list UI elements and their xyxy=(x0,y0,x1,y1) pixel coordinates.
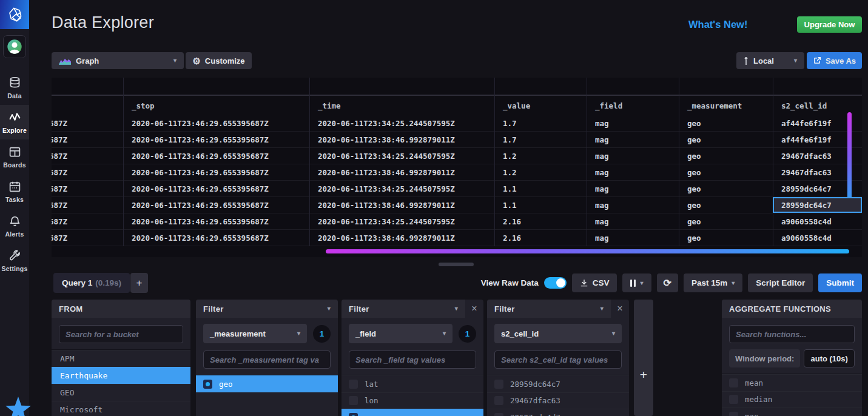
table-cell[interactable]: 2020-06-11T23:38:46.992879011Z xyxy=(309,230,494,246)
table-cell[interactable]: geo xyxy=(679,115,773,131)
table-cell[interactable]: 2.16 xyxy=(494,230,587,246)
csv-download-button[interactable]: CSV xyxy=(572,273,617,292)
tag-value-item-29467dfac63[interactable]: 29467dfac63 xyxy=(487,392,629,409)
tag-value-item-28959dc64c7[interactable]: 28959dc64c7 xyxy=(487,375,629,392)
checkbox-checked-icon[interactable] xyxy=(349,413,358,416)
horizontal-scrollbar[interactable] xyxy=(326,249,849,253)
table-cell[interactable]: mag xyxy=(587,132,679,147)
table-cell[interactable]: a9060558c4d xyxy=(773,230,862,246)
table-cell[interactable]: geo xyxy=(679,181,773,196)
checkbox-icon[interactable] xyxy=(729,412,738,416)
checkbox-icon[interactable] xyxy=(729,378,738,387)
table-cell[interactable]: 1.1 xyxy=(494,181,587,196)
table-cell[interactable]: 2020-06-11T23:46:29.655395687Z xyxy=(123,181,309,196)
tag-value-item-geo[interactable]: geo xyxy=(196,375,338,392)
bucket-search-input[interactable] xyxy=(59,325,183,343)
table-cell[interactable]: 1.7 xyxy=(494,115,587,131)
table-cell[interactable]: 2020-06-11T23:34:25.244507595Z xyxy=(309,213,494,229)
sidebar-item-settings[interactable]: Settings xyxy=(0,243,29,278)
table-cell[interactable]: 687Z xyxy=(52,230,123,246)
table-cell[interactable]: geo xyxy=(679,148,773,164)
table-cell[interactable]: 687Z xyxy=(52,115,123,131)
table-cell[interactable]: 2020-06-11T23:46:29.655395687Z xyxy=(123,132,309,147)
close-filter-icon[interactable]: × xyxy=(465,300,483,318)
table-cell[interactable]: 1.2 xyxy=(494,148,587,164)
bucket-item-earthquake[interactable]: Earthquake xyxy=(52,367,190,384)
sidebar-item-tasks[interactable]: Tasks xyxy=(0,174,29,209)
tag-key-dropdown[interactable]: _field▾ xyxy=(349,324,453,343)
table-cell[interactable]: geo xyxy=(679,197,773,213)
tag-key-dropdown[interactable]: _measurement▾ xyxy=(203,324,307,343)
save-as-button[interactable]: Save As xyxy=(807,52,862,69)
checkbox-icon[interactable] xyxy=(349,380,358,389)
table-cell[interactable]: mag xyxy=(587,197,679,213)
table-cell[interactable]: 2020-06-11T23:38:46.992879011Z xyxy=(309,132,494,147)
table-cell[interactable]: 687Z xyxy=(52,197,123,213)
customize-button[interactable]: ⚙ Customize xyxy=(186,52,252,69)
table-cell[interactable]: mag xyxy=(587,230,679,246)
table-cell[interactable]: 2020-06-11T23:34:25.244507595Z xyxy=(309,181,494,196)
filter-card-header[interactable]: Filter▾ xyxy=(487,300,611,318)
tag-key-dropdown[interactable]: s2_cell_id▾ xyxy=(494,324,622,343)
tag-value-item-lon[interactable]: lon xyxy=(341,392,483,409)
table-cell[interactable]: geo xyxy=(679,230,773,246)
table-cell[interactable]: 2020-06-11T23:46:29.655395687Z xyxy=(123,115,309,131)
sidebar-item-alerts[interactable]: Alerts xyxy=(0,209,29,243)
table-cell[interactable]: 687Z xyxy=(52,148,123,164)
selected-cell[interactable]: 28959dc64c7 xyxy=(773,197,862,213)
aggregate-function-item-mean[interactable]: mean xyxy=(722,374,862,391)
table-cell[interactable]: geo xyxy=(679,213,773,229)
table-cell[interactable]: 2020-06-11T23:46:29.655395687Z xyxy=(123,148,309,164)
submit-button[interactable]: Submit xyxy=(818,273,862,292)
table-cell[interactable]: geo xyxy=(679,164,773,180)
checkbox-icon[interactable] xyxy=(494,396,503,405)
raw-data-toggle[interactable] xyxy=(544,277,567,289)
tag-value-item-lat[interactable]: lat xyxy=(341,375,483,392)
bucket-item-geo[interactable]: GEO xyxy=(52,384,190,401)
whats-new-link[interactable]: What's New! xyxy=(688,19,747,30)
bucket-item-apm[interactable]: APM xyxy=(52,350,190,367)
table-cell[interactable]: 1.1 xyxy=(494,197,587,213)
view-type-dropdown[interactable]: Graph ▾ xyxy=(52,52,184,69)
checkbox-icon[interactable] xyxy=(349,396,358,405)
sidebar-item-boards[interactable]: Boards xyxy=(0,139,29,174)
resize-handle[interactable] xyxy=(439,263,474,266)
bucket-item-microsoft[interactable]: Microsoft xyxy=(52,401,190,416)
aggregate-function-item-median[interactable]: median xyxy=(722,391,862,408)
close-filter-icon[interactable]: × xyxy=(611,300,629,318)
table-cell[interactable]: 2020-06-11T23:46:29.655395687Z xyxy=(123,197,309,213)
upgrade-now-button[interactable]: Upgrade Now xyxy=(797,16,862,33)
avatar[interactable] xyxy=(3,35,26,58)
table-cell[interactable]: 687Z xyxy=(52,181,123,196)
checkbox-icon[interactable] xyxy=(494,413,503,416)
table-cell[interactable]: 2020-06-11T23:46:29.655395687Z xyxy=(123,213,309,229)
source-dropdown[interactable]: Local ▾ xyxy=(736,52,804,69)
tag-value-search-input[interactable] xyxy=(494,351,622,369)
table-cell[interactable]: geo xyxy=(679,132,773,147)
influxdb-logo[interactable] xyxy=(0,0,29,29)
table-cell[interactable]: mag xyxy=(587,164,679,180)
table-cell[interactable]: 1.7 xyxy=(494,132,587,147)
checkbox-checked-icon[interactable] xyxy=(203,380,212,389)
window-period-value[interactable]: auto (10s) xyxy=(804,349,855,367)
table-cell[interactable]: mag xyxy=(587,148,679,164)
table-cell[interactable]: 2020-06-11T23:34:25.244507595Z xyxy=(309,148,494,164)
function-search-input[interactable] xyxy=(729,325,855,343)
script-editor-button[interactable]: Script Editor xyxy=(748,273,813,292)
table-cell[interactable]: 2.16 xyxy=(494,213,587,229)
table-cell[interactable]: mag xyxy=(587,115,679,131)
checkbox-icon[interactable] xyxy=(729,395,738,404)
filter-card-header[interactable]: Filter▾ xyxy=(341,300,465,318)
table-cell[interactable]: 2020-06-11T23:34:25.244507595Z xyxy=(309,115,494,131)
table-cell[interactable]: mag xyxy=(587,213,679,229)
table-cell[interactable]: 2020-06-11T23:38:46.992879011Z xyxy=(309,164,494,180)
sidebar-item-explore[interactable]: Explore xyxy=(0,105,29,139)
sidebar-item-data[interactable]: Data xyxy=(0,70,29,105)
query-tab[interactable]: Query 1 (0.19s) xyxy=(53,273,130,293)
table-cell[interactable]: 2020-06-11T23:46:29.655395687Z xyxy=(123,230,309,246)
refresh-button[interactable]: ⟳ xyxy=(657,273,678,292)
add-filter-card-button[interactable]: + xyxy=(634,300,653,416)
checkbox-icon[interactable] xyxy=(494,380,503,389)
tag-value-search-input[interactable] xyxy=(203,351,331,369)
table-cell[interactable]: 1.2 xyxy=(494,164,587,180)
